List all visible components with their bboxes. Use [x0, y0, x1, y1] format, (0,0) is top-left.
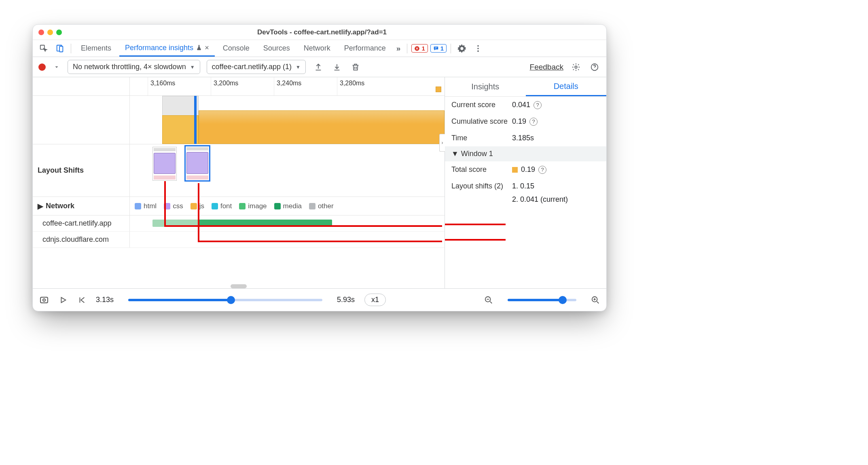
feedback-link[interactable]: Feedback	[530, 63, 563, 72]
annotation-line	[198, 241, 442, 242]
layout-shift-thumb[interactable]	[152, 147, 177, 181]
tab-details-side[interactable]: Details	[526, 77, 607, 96]
cumulative-score-value: 0.19	[512, 117, 526, 126]
tab-sources[interactable]: Sources	[258, 40, 296, 57]
svg-point-10	[43, 299, 45, 301]
layout-shifts-label: Layout shifts (2)	[451, 182, 512, 190]
host-label: cdnjs.cloudflare.com	[42, 235, 109, 244]
recording-select[interactable]: coffee-cart.netlify.app (1) ▼	[207, 60, 306, 74]
window-title: DevTools - coffee-cart.netlify.app/?ad=1	[43, 28, 601, 36]
more-tabs-icon[interactable]: »	[394, 42, 403, 55]
record-options-dropdown[interactable]	[52, 63, 61, 72]
details-panel: › Insights Details Current score 0.041? …	[445, 77, 606, 288]
host-label: coffee-cart.netlify.app	[42, 219, 111, 228]
devtools-window: DevTools - coffee-cart.netlify.app/?ad=1…	[32, 24, 607, 311]
legend-css: css	[173, 202, 183, 210]
help-icon[interactable]: ?	[538, 166, 546, 174]
chevron-down-icon: ▼	[451, 150, 459, 158]
insights-toolbar: No network throttling, 4× slowdown ▼ cof…	[33, 57, 606, 77]
window-section-header[interactable]: ▼ Window 1	[445, 146, 606, 161]
export-icon[interactable]	[312, 61, 324, 73]
chevron-down-icon: ▼	[296, 64, 301, 70]
help-icon[interactable]: ?	[529, 118, 538, 126]
annotation-line	[164, 181, 166, 227]
legend-media: media	[283, 202, 302, 210]
zoom-slider[interactable]	[508, 299, 576, 301]
help-icon[interactable]	[589, 61, 601, 73]
timeline-tick: 3,240ms	[274, 77, 301, 95]
panel-tabbar: Elements Performance insights × Console …	[33, 40, 606, 57]
annotation-line	[445, 224, 506, 225]
layout-shift-thumb-selected[interactable]	[184, 145, 210, 182]
row-label: Layout Shifts	[38, 166, 84, 175]
legend-font: font	[220, 202, 232, 210]
selected-time-marker	[194, 96, 197, 144]
task-block[interactable]	[199, 110, 445, 144]
layout-shift-item[interactable]: 2. 0.041 (current)	[512, 195, 568, 204]
legend-js: js	[199, 202, 204, 210]
row-expand-icon[interactable]: ▶	[38, 202, 43, 211]
messages-pill[interactable]: 1	[430, 44, 447, 53]
current-score-label: Current score	[451, 101, 512, 109]
layout-shift-item[interactable]: 1. 0.15	[512, 182, 534, 190]
inspect-element-icon[interactable]	[37, 42, 51, 55]
close-tab-icon[interactable]: ×	[205, 44, 209, 52]
error-icon	[414, 46, 420, 51]
svg-point-6	[477, 50, 479, 52]
js-marker-icon[interactable]	[436, 87, 441, 92]
layout-shifts-row: Layout Shifts	[33, 144, 445, 197]
zoom-out-icon[interactable]	[484, 296, 493, 304]
play-icon[interactable]	[59, 296, 68, 304]
total-score-label: Total score	[451, 165, 512, 174]
timeline-tick: 3,280ms	[337, 77, 364, 95]
annotation-line	[164, 225, 442, 227]
annotation-line	[445, 239, 506, 241]
network-host-row[interactable]: coffee-cart.netlify.app	[33, 216, 445, 232]
annotation-line	[198, 183, 199, 242]
sidebar-collapse-icon[interactable]: ›	[439, 134, 445, 152]
warning-swatch-icon	[512, 167, 518, 173]
import-icon[interactable]	[331, 61, 343, 73]
tab-insights-side[interactable]: Insights	[445, 77, 526, 96]
tab-performance-insights[interactable]: Performance insights ×	[119, 40, 215, 57]
rewind-icon[interactable]	[77, 296, 86, 304]
network-host-row[interactable]: cdnjs.cloudflare.com	[33, 232, 445, 248]
settings-gear-icon[interactable]	[570, 61, 582, 73]
flask-icon	[196, 44, 202, 51]
time-label: Time	[451, 134, 512, 142]
svg-rect-2	[59, 46, 63, 52]
cumulative-score-label: Cumulative score	[451, 117, 512, 126]
help-icon[interactable]: ?	[534, 101, 542, 109]
playback-end-time: 5.93s	[337, 296, 355, 304]
zoom-in-icon[interactable]	[591, 296, 600, 304]
tab-console[interactable]: Console	[217, 40, 255, 57]
record-button[interactable]	[38, 63, 46, 71]
current-score-value: 0.041	[512, 101, 530, 109]
kebab-menu-icon[interactable]	[471, 42, 485, 55]
delete-icon[interactable]	[349, 61, 362, 73]
svg-rect-9	[40, 297, 48, 303]
errors-pill[interactable]: 1	[411, 44, 428, 53]
horizontal-scroll-thumb[interactable]	[231, 284, 247, 288]
row-label: Network	[46, 202, 74, 210]
svg-point-4	[477, 45, 479, 46]
playback-speed[interactable]: x1	[364, 294, 386, 306]
legend-image: image	[248, 202, 267, 210]
tab-performance[interactable]: Performance	[339, 40, 392, 57]
preview-icon[interactable]	[39, 295, 49, 305]
playback-start-time: 3.13s	[96, 296, 114, 304]
device-toolbar-icon[interactable]	[53, 42, 67, 55]
network-legend-row[interactable]: ▶Network html css js font image media ot…	[33, 197, 445, 216]
timeline-panel: 3,160ms 3,200ms 3,240ms 3,280ms	[33, 77, 445, 288]
timeline-ruler[interactable]: 3,160ms 3,200ms 3,240ms 3,280ms	[33, 77, 445, 96]
main-thread-row[interactable]	[33, 96, 445, 144]
time-value: 3.185s	[512, 134, 534, 142]
task-block[interactable]	[162, 115, 199, 144]
throttling-select[interactable]: No network throttling, 4× slowdown ▼	[68, 60, 200, 74]
svg-point-7	[575, 66, 577, 68]
tab-elements[interactable]: Elements	[75, 40, 117, 57]
chat-icon	[433, 46, 439, 51]
playback-slider[interactable]	[128, 299, 322, 301]
settings-icon[interactable]	[455, 42, 469, 55]
tab-network[interactable]: Network	[298, 40, 336, 57]
